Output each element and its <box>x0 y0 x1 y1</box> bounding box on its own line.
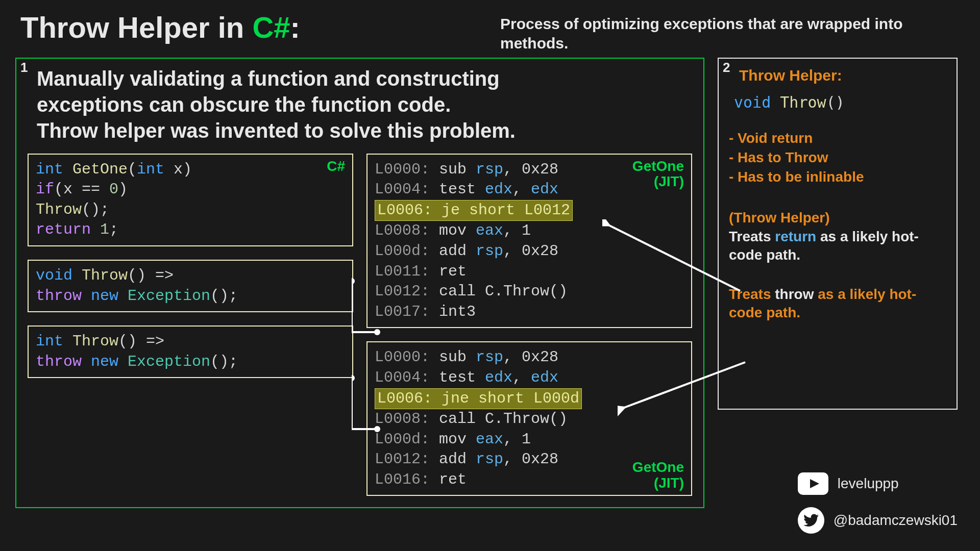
title-post: : <box>290 11 300 44</box>
bullet-1: - Void return <box>729 129 946 148</box>
twitter-label: @badamczewski01 <box>834 512 958 529</box>
youtube-icon <box>798 472 828 495</box>
panel-1: 1 Manually validating a function and con… <box>15 58 704 508</box>
code-throw-void: void Throw() => throw new Exception(); <box>28 260 353 312</box>
panel-1-intro: Manually validating a function and const… <box>37 66 692 144</box>
title-lang: C# <box>252 11 290 44</box>
jit-column: GetOne (JIT) L0000: sub rsp, 0x28 L0004:… <box>366 154 692 496</box>
jit-badge-1: GetOne (JIT) <box>632 159 684 190</box>
panel-2-heading: Throw Helper: <box>739 67 946 84</box>
bullet-3: - Has to be inlinable <box>729 167 946 187</box>
panel-2-number: 2 <box>723 60 730 76</box>
panel-2-signature: void Throw() <box>734 93 946 111</box>
header: Throw Helper in C#: Process of optimizin… <box>0 0 980 58</box>
youtube-label: leveluppp <box>838 475 899 492</box>
code-columns: C# int GetOne(int x) if(x == 0) Throw();… <box>28 154 692 496</box>
panel-2-bullets: - Void return - Has to Throw - Has to be… <box>729 129 946 186</box>
twitter-link[interactable]: @badamczewski01 <box>798 507 958 534</box>
csharp-column: C# int GetOne(int x) if(x == 0) Throw();… <box>28 154 353 496</box>
code-throw-int: int Throw() => throw new Exception(); <box>28 325 353 378</box>
code-getone: C# int GetOne(int x) if(x == 0) Throw();… <box>28 154 353 246</box>
panel-1-number: 1 <box>20 60 28 76</box>
bullet-2: - Has to Throw <box>729 148 946 167</box>
panel-2-para-1: (Throw Helper) Treats return as a likely… <box>729 209 946 264</box>
panel-2: 2 Throw Helper: void Throw() - Void retu… <box>718 58 958 410</box>
csharp-badge: C# <box>327 159 345 174</box>
page-subtitle: Process of optimizing exceptions that ar… <box>500 10 960 53</box>
twitter-icon <box>798 507 824 534</box>
asm-getone-1: GetOne (JIT) L0000: sub rsp, 0x28 L0004:… <box>366 154 692 329</box>
highlight-je: L0006: je short L0012 <box>375 200 573 221</box>
intro-line-2: exceptions can obscure the function code… <box>37 92 692 118</box>
main-content: 1 Manually validating a function and con… <box>0 58 980 508</box>
youtube-link[interactable]: leveluppp <box>798 472 958 495</box>
intro-line-1: Manually validating a function and const… <box>37 66 692 92</box>
page-title: Throw Helper in C#: <box>20 10 500 44</box>
asm-getone-2: GetOne (JIT) L0000: sub rsp, 0x28 L0004:… <box>366 341 692 496</box>
social-links: leveluppp @badamczewski01 <box>798 472 958 534</box>
intro-line-3: Throw helper was invented to solve this … <box>37 118 692 144</box>
panel-2-para-2: Treats throw as a likely hot-code path. <box>729 285 946 322</box>
jit-badge-2: GetOne (JIT) <box>632 460 684 491</box>
highlight-jne: L0006: jne short L000d <box>375 388 582 410</box>
title-pre: Throw Helper in <box>20 11 252 44</box>
